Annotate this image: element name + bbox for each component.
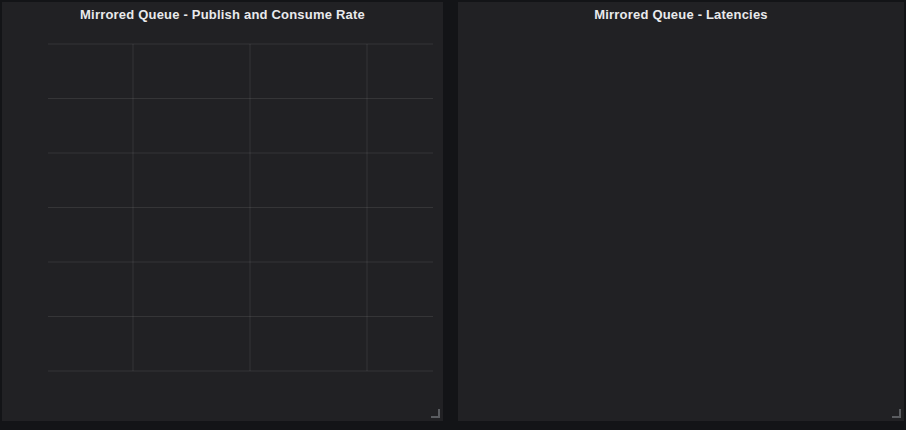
chart-plot-area[interactable] [2,2,443,421]
chart-plot-area[interactable] [458,2,904,421]
panel-resize-handle-icon[interactable] [431,409,440,418]
panel-resize-handle-icon[interactable] [892,409,901,418]
panel-publish-consume-rate: Mirrored Queue - Publish and Consume Rat… [2,2,443,421]
panel-latencies: Mirrored Queue - Latencies [458,2,904,421]
dashboard: Mirrored Queue - Publish and Consume Rat… [0,0,906,430]
